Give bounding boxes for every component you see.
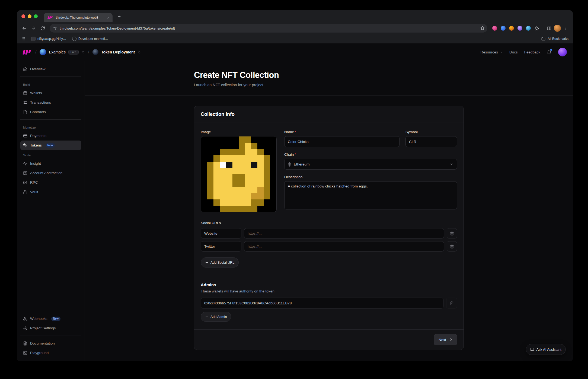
sidebar-item-wallets[interactable]: Wallets	[20, 88, 81, 98]
sidebar-group-scale: Scale	[23, 154, 79, 157]
resources-menu[interactable]: Resources	[480, 50, 503, 54]
add-admin-button[interactable]: Add Admin	[201, 312, 231, 322]
tab-favicon	[47, 16, 53, 19]
address-bar[interactable]: thirdweb.com/team/examples/Token-Deploym…	[50, 24, 487, 33]
sidebar-item-payments[interactable]: Payments	[20, 131, 81, 141]
chain-select[interactable]: Ethereum	[284, 159, 457, 170]
sidebar-item-overview[interactable]: Overview	[20, 64, 81, 74]
project-switcher-button[interactable]	[138, 50, 141, 54]
extension-icon-3[interactable]	[509, 26, 514, 31]
team-switcher-button[interactable]	[81, 50, 85, 54]
main-content: Create NFT Collection Launch an NFT coll…	[85, 61, 573, 361]
forward-button[interactable]	[29, 24, 38, 33]
admin-address-input[interactable]	[201, 298, 443, 308]
sidebar-item-rpc[interactable]: RPC	[20, 178, 81, 187]
symbol-input[interactable]	[405, 136, 457, 147]
browser-tab[interactable]: thirdweb: The complete web3	[44, 13, 113, 22]
sidebar-spacer	[20, 197, 81, 314]
sidebar-item-documentation[interactable]: Documentation	[20, 339, 81, 348]
social-url-input[interactable]	[244, 228, 444, 238]
card-title: Collection Info	[194, 106, 464, 123]
folder-icon	[541, 37, 545, 41]
sidebar-item-insight[interactable]: Insight	[20, 159, 81, 168]
docs-link[interactable]: Docs	[509, 50, 518, 54]
notifications-button[interactable]	[547, 50, 552, 55]
sidebar-item-transactions[interactable]: Transactions	[20, 98, 81, 107]
bookmark-item[interactable]: niftyswap.gg/Nifty…	[31, 37, 66, 41]
plus-icon	[205, 315, 209, 319]
terminal-icon	[23, 351, 27, 355]
extension-icon-2[interactable]	[501, 26, 506, 31]
extension-icon-4[interactable]	[517, 26, 522, 31]
feedback-link[interactable]: Feedback	[524, 50, 540, 54]
all-bookmarks-label: All Bookmarks	[548, 37, 568, 41]
name-input[interactable]	[284, 136, 400, 147]
minimize-window-button[interactable]	[28, 14, 31, 18]
trash-icon	[450, 244, 454, 249]
credit-card-icon	[23, 134, 27, 138]
breadcrumb-separator: /	[88, 50, 90, 55]
delete-social-row-button[interactable]	[447, 228, 457, 238]
social-urls-section: Social URLs Website	[201, 221, 457, 275]
trash-icon	[450, 301, 454, 305]
zoom-window-button[interactable]	[34, 14, 38, 18]
sidebar-item-project-settings[interactable]: Project Settings	[20, 323, 81, 333]
next-button[interactable]: Next	[434, 334, 457, 345]
close-window-button[interactable]	[21, 14, 25, 18]
chrome-profile-avatar[interactable]	[554, 25, 561, 32]
bookmark-item[interactable]: Developer marketi…	[72, 37, 108, 41]
extension-icon-1[interactable]	[492, 26, 497, 31]
new-tab-button[interactable]	[115, 12, 123, 20]
all-bookmarks-button[interactable]: All Bookmarks	[541, 37, 568, 41]
tab-close-icon[interactable]	[107, 16, 110, 19]
nft-image-upload[interactable]	[201, 136, 277, 212]
apps-grid-icon[interactable]	[21, 37, 25, 41]
social-url-row: Website	[201, 228, 457, 238]
bookmarks-bar: niftyswap.gg/Nifty… Developer marketi… A…	[17, 34, 573, 43]
chrome-menu-button[interactable]	[561, 24, 570, 33]
breadcrumb-team[interactable]: Examples	[49, 50, 65, 54]
project-avatar	[92, 49, 98, 55]
tab-strip: thirdweb: The complete web3	[17, 10, 573, 22]
bookmark-favicon	[31, 37, 36, 41]
sidebar-divider	[20, 77, 81, 77]
sidebar-item-webhooks[interactable]: Webhooks New	[20, 314, 81, 323]
breadcrumb-project[interactable]: Token Deployment	[101, 50, 135, 54]
sidebar-item-vault[interactable]: Vault	[20, 187, 81, 197]
sidebar-group-build: Build	[23, 83, 79, 86]
delete-admin-button[interactable]	[446, 298, 457, 308]
social-urls-label: Social URLs	[201, 221, 457, 225]
bookmark-star-icon[interactable]	[480, 26, 485, 30]
social-url-input[interactable]	[244, 241, 444, 251]
collection-info-card: Collection Info Image	[194, 106, 464, 350]
side-panel-button[interactable]	[545, 24, 553, 33]
thirdweb-logo[interactable]	[23, 50, 31, 55]
chat-bubble-icon	[530, 348, 534, 352]
sidebar-item-account-abstraction[interactable]: Account Abstraction	[20, 168, 81, 178]
ask-ai-assistant-button[interactable]: Ask AI Assistant	[526, 344, 566, 355]
reload-button[interactable]	[38, 24, 47, 33]
social-platform-select[interactable]: Twitter	[201, 241, 241, 251]
site-info-icon[interactable]	[53, 26, 57, 30]
bookmark-favicon	[72, 37, 76, 41]
wallet-icon	[23, 91, 27, 95]
chain-value: Ethereum	[294, 162, 310, 166]
user-avatar[interactable]	[558, 48, 567, 56]
image-label: Image	[201, 130, 277, 134]
plus-icon	[205, 261, 209, 264]
admins-title: Admins	[201, 282, 457, 287]
page-subtitle: Launch an NFT collection for your projec…	[194, 83, 464, 87]
nft-image-pixels	[201, 136, 276, 212]
activity-icon	[23, 161, 27, 166]
social-platform-select[interactable]: Website	[201, 228, 241, 238]
add-social-url-button[interactable]: Add Social URL	[201, 257, 239, 267]
sidebar-item-tokens[interactable]: Tokens New	[20, 141, 81, 150]
sidebar-item-playground[interactable]: Playground	[20, 348, 81, 358]
description-textarea[interactable]: A collection of rainbow chicks hatched f…	[284, 181, 457, 209]
extension-icon-5[interactable]	[526, 26, 531, 31]
extensions-puzzle-icon[interactable]	[534, 26, 539, 31]
back-button[interactable]	[20, 24, 28, 33]
symbol-label: Symbol	[405, 130, 457, 134]
delete-social-row-button[interactable]	[447, 241, 457, 251]
sidebar-item-contracts[interactable]: Contracts	[20, 107, 81, 117]
